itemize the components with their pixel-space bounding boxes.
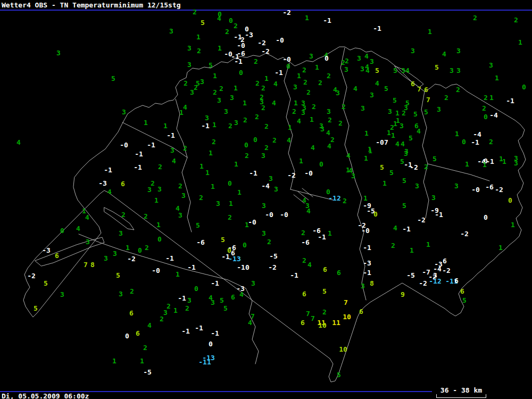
station-value: 4 [297, 118, 301, 124]
station-value: 3 [181, 192, 186, 199]
station-value: 7 [311, 315, 315, 322]
station-value: 3 [205, 114, 209, 121]
station-value: 2 [219, 85, 223, 92]
station-value: -1 [290, 272, 298, 279]
station-value: 1 [200, 163, 204, 170]
station-value: 4 [417, 128, 421, 135]
station-value: 1 [179, 109, 184, 116]
station-value: 6 [454, 277, 459, 284]
station-value: 3 [320, 126, 325, 132]
station-value: -1 [195, 325, 203, 331]
station-value: 3 [163, 309, 168, 316]
station-value: 1 [112, 358, 117, 364]
station-value: 2 [183, 145, 187, 152]
station-value: -0 [265, 211, 273, 218]
station-value: 5 [402, 177, 406, 184]
station-value: 2 [301, 229, 305, 236]
station-value: 4 [405, 67, 410, 74]
station-value: 4 [239, 291, 244, 298]
station-value: 3 [86, 238, 90, 245]
station-value: -6 [485, 184, 494, 190]
station-value: 2 [327, 72, 331, 79]
station-value: -3 [363, 260, 371, 267]
station-value: 6 [460, 288, 464, 295]
station-value: 3 [456, 47, 461, 54]
station-value: 2 [213, 89, 217, 96]
station-value: 3 [456, 67, 461, 74]
station-value: 4 [442, 51, 446, 57]
station-value: 2 [306, 89, 311, 96]
station-value: -0 [280, 211, 288, 218]
station-value: 4 [326, 129, 330, 136]
station-value: 4 [183, 104, 187, 111]
station-value: 1 [502, 158, 506, 165]
station-value: -1 [211, 330, 219, 337]
station-value: -0 [237, 42, 245, 49]
station-value: 3 [361, 105, 365, 112]
station-value: 2 [489, 138, 493, 145]
station-value: 1 [176, 271, 180, 278]
station-value: 2 [482, 105, 486, 112]
station-value: 4 [306, 207, 311, 214]
station-value: -3 [245, 31, 253, 38]
station-value: 2 [144, 213, 148, 220]
station-value: -4 [473, 131, 481, 138]
station-value: -2 [460, 230, 469, 237]
station-value: 1 [288, 124, 292, 131]
station-value: 3 [431, 194, 436, 201]
station-value: 5 [221, 236, 225, 243]
station-value: 2 [318, 79, 322, 86]
station-value: -1 [187, 264, 196, 271]
station-value: 3 [293, 84, 297, 90]
station-value: -5 [269, 253, 278, 260]
station-value: 3 [351, 172, 355, 179]
station-value: 2 [243, 117, 247, 123]
station-value: 1 [495, 74, 499, 81]
station-value: -2 [257, 39, 266, 46]
station-value: 4 [217, 15, 221, 22]
station-value: 1 [368, 147, 372, 154]
station-value: 2 [193, 9, 197, 15]
station-value: -2 [268, 264, 277, 271]
station-value: -11 [198, 359, 211, 365]
station-value: 4 [364, 53, 369, 60]
station-value: 1 [212, 121, 217, 128]
station-value: 3 [169, 28, 173, 35]
station-value: 4 [307, 261, 312, 268]
station-value: 3 [170, 147, 174, 154]
station-value: 5 [413, 111, 418, 118]
station-value: 6 [359, 308, 363, 315]
station-value: 2 [255, 80, 260, 87]
station-value: 7 [84, 261, 88, 268]
station-value: 3 [415, 182, 419, 189]
stations-layer: 335311-125040220-3-12-0-2-0-2-21-1-0-6-1… [0, 0, 532, 399]
station-value: 1 [213, 72, 217, 79]
station-value: 4 [76, 225, 80, 232]
station-value: 5 [223, 305, 228, 312]
station-value: 10 [343, 313, 351, 320]
station-value: 1 [328, 230, 332, 237]
station-value: 1 [363, 195, 368, 202]
station-value: 3 [122, 109, 126, 115]
weather-app-window: Wetter4 OBS - TN Temperaturminimum 12/15… [0, 0, 532, 399]
station-value: 1 [483, 161, 487, 168]
station-value: 2 [267, 238, 271, 245]
station-value: 5 [389, 169, 394, 176]
station-value: 2 [338, 120, 343, 127]
station-value: -0 [120, 142, 128, 148]
station-value: -1 [147, 142, 155, 148]
station-value: -3 [42, 247, 51, 254]
station-value: 1 [126, 244, 130, 251]
station-value: 2 [225, 28, 229, 35]
station-value: 4 [311, 144, 315, 151]
station-value: 3 [262, 202, 266, 209]
station-value: 3 [357, 55, 361, 62]
station-value: 1 [518, 39, 522, 46]
station-value: 6 [301, 319, 305, 326]
station-value: 1 [205, 169, 210, 176]
station-value: 1 [364, 155, 368, 162]
station-value: 4 [353, 85, 358, 92]
station-value: 10 [339, 346, 347, 353]
station-value: -0 [471, 186, 480, 193]
station-value: 3 [514, 160, 518, 167]
